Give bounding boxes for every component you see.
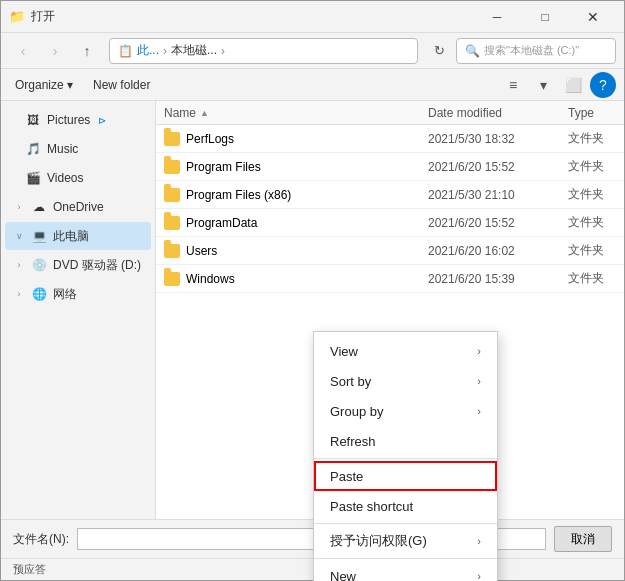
table-row[interactable]: ProgramData 2021/6/20 15:52 文件夹 (156, 209, 624, 237)
file-type: 文件夹 (564, 158, 624, 175)
file-type: 文件夹 (564, 186, 624, 203)
sidebar-item-music[interactable]: 🎵 Music (5, 135, 151, 163)
folder-icon (164, 160, 180, 174)
sidebar-item-pictures[interactable]: 🖼 Pictures ⊳ (5, 106, 151, 134)
sidebar-item-network[interactable]: › 🌐 网络 (5, 280, 151, 308)
search-placeholder: 搜索"本地磁盘 (C:)" (484, 43, 579, 58)
thispc-icon: 💻 (31, 228, 47, 244)
file-type: 文件夹 (564, 130, 624, 147)
file-date: 2021/5/30 18:32 (424, 132, 564, 146)
address-crumb-prefix[interactable]: 此... (137, 42, 159, 59)
ctx-label-refresh: Refresh (330, 434, 481, 449)
file-name-text: Program Files (186, 160, 261, 174)
window-controls: ─ □ ✕ (474, 1, 616, 33)
col-name-label: Name (164, 106, 196, 120)
forward-button[interactable]: › (41, 37, 69, 65)
expand-icon-onedrive: › (13, 201, 25, 213)
expand-icon-dvd: › (13, 259, 25, 271)
title-bar: 📁 打开 ─ □ ✕ (1, 1, 624, 33)
music-icon: 🎵 (25, 141, 41, 157)
organize-button[interactable]: Organize ▾ (9, 72, 79, 98)
ctx-item-new[interactable]: New › (314, 561, 497, 581)
ctx-arrow-icon: › (477, 345, 481, 357)
file-date: 2021/6/20 15:52 (424, 216, 564, 230)
ctx-separator (314, 523, 497, 524)
table-row[interactable]: Users 2021/6/20 16:02 文件夹 (156, 237, 624, 265)
ctx-separator (314, 558, 497, 559)
file-type: 文件夹 (564, 242, 624, 259)
file-date: 2021/6/20 16:02 (424, 244, 564, 258)
new-folder-button[interactable]: New folder (87, 72, 156, 98)
ctx-item-paste[interactable]: Paste (314, 461, 497, 491)
file-type: 文件夹 (564, 214, 624, 231)
folder-icon (164, 132, 180, 146)
col-type-label: Type (564, 106, 624, 120)
maximize-button[interactable]: □ (522, 1, 568, 33)
refresh-button[interactable]: ↻ (426, 38, 452, 64)
ctx-label-view: View (330, 344, 477, 359)
ctx-label-paste: Paste (330, 469, 481, 484)
sidebar-item-dvd[interactable]: › 💿 DVD 驱动器 (D:) (5, 251, 151, 279)
file-date: 2021/6/20 15:52 (424, 160, 564, 174)
view-details-button[interactable]: ▾ (530, 72, 556, 98)
ctx-arrow-icon: › (477, 570, 481, 581)
table-row[interactable]: Program Files (x86) 2021/5/30 21:10 文件夹 (156, 181, 624, 209)
sidebar-item-onedrive[interactable]: › ☁ OneDrive (5, 193, 151, 221)
cancel-button[interactable]: 取消 (554, 526, 612, 552)
ctx-label-grant-access: 授予访问权限(G) (330, 532, 477, 550)
ctx-item-grant-access[interactable]: 授予访问权限(G) › (314, 526, 497, 556)
sidebar-label-onedrive: OneDrive (53, 200, 104, 214)
sidebar: 🖼 Pictures ⊳ 🎵 Music 🎬 Videos › ☁ OneDri… (1, 101, 156, 519)
table-row[interactable]: Program Files 2021/6/20 15:52 文件夹 (156, 153, 624, 181)
help-button[interactable]: ? (590, 72, 616, 98)
ctx-item-view[interactable]: View › (314, 336, 497, 366)
ctx-arrow-icon: › (477, 405, 481, 417)
file-date: 2021/5/30 21:10 (424, 188, 564, 202)
file-type: 文件夹 (564, 270, 624, 287)
file-name-text: ProgramData (186, 216, 257, 230)
sidebar-item-videos[interactable]: 🎬 Videos (5, 164, 151, 192)
ctx-item-paste-shortcut[interactable]: Paste shortcut (314, 491, 497, 521)
pin-icon: ⊳ (98, 115, 106, 126)
address-current[interactable]: 本地磁... (171, 42, 217, 59)
address-sep2: › (221, 44, 225, 58)
view-pane-button[interactable]: ⬜ (560, 72, 586, 98)
context-menu: View › Sort by › Group by › Refresh Past… (313, 331, 498, 581)
file-list-header: Name ▲ Date modified Type (156, 101, 624, 125)
address-bar[interactable]: 📋 此... › 本地磁... › (109, 38, 418, 64)
file-name-text: Users (186, 244, 217, 258)
ctx-label-paste-shortcut: Paste shortcut (330, 499, 481, 514)
ctx-arrow-icon: › (477, 535, 481, 547)
ctx-item-group-by[interactable]: Group by › (314, 396, 497, 426)
expand-icon-thispc: ∨ (13, 230, 25, 242)
address-icon: 📋 (118, 44, 133, 58)
sidebar-label-pictures: Pictures (47, 113, 90, 127)
file-dialog-window: 📁 打开 ─ □ ✕ ‹ › ↑ 📋 此... › 本地磁... › ↻ 🔍 搜… (0, 0, 625, 581)
sidebar-item-thispc[interactable]: ∨ 💻 此电脑 (5, 222, 151, 250)
close-button[interactable]: ✕ (570, 1, 616, 33)
view-list-button[interactable]: ≡ (500, 72, 526, 98)
window-icon: 📁 (9, 9, 25, 25)
window-title: 打开 (31, 8, 474, 25)
sort-arrow-icon: ▲ (200, 108, 209, 118)
file-date: 2021/6/20 15:39 (424, 272, 564, 286)
folder-icon (164, 272, 180, 286)
table-row[interactable]: PerfLogs 2021/5/30 18:32 文件夹 (156, 125, 624, 153)
search-box[interactable]: 🔍 搜索"本地磁盘 (C:)" (456, 38, 616, 64)
folder-icon (164, 188, 180, 202)
ctx-item-sort-by[interactable]: Sort by › (314, 366, 497, 396)
ctx-label-sort-by: Sort by (330, 374, 477, 389)
file-name-text: Program Files (x86) (186, 188, 291, 202)
ctx-item-refresh[interactable]: Refresh (314, 426, 497, 456)
table-row[interactable]: Windows 2021/6/20 15:39 文件夹 (156, 265, 624, 293)
ctx-label-new: New (330, 569, 477, 582)
up-button[interactable]: ↑ (73, 37, 101, 65)
sidebar-label-music: Music (47, 142, 78, 156)
onedrive-icon: ☁ (31, 199, 47, 215)
back-button[interactable]: ‹ (9, 37, 37, 65)
expand-icon-network: › (13, 288, 25, 300)
pictures-icon: 🖼 (25, 112, 41, 128)
minimize-button[interactable]: ─ (474, 1, 520, 33)
network-icon: 🌐 (31, 286, 47, 302)
sidebar-label-thispc: 此电脑 (53, 228, 89, 245)
